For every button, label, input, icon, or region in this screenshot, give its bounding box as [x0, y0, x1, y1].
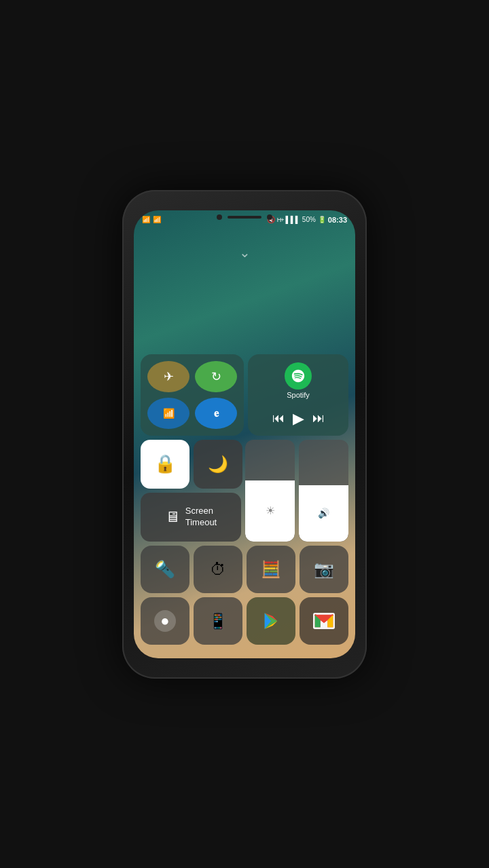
timer-button[interactable]: ⏱ [194, 546, 242, 593]
bluetooth-toggle-button[interactable]: 𝐞 [195, 398, 237, 429]
flashlight-button[interactable]: 🔦 [141, 546, 189, 593]
play-button[interactable]: ▶ [293, 410, 304, 428]
volume-slider-fill: 🔊 [299, 485, 348, 542]
phone-screen: 📶 📶 🔇 H+ ▌▌▌ 50% 🔋 08:33 ⌄ ✈ [134, 210, 355, 658]
toggles-grid: ✈ ↻ 📶 𝐞 [141, 354, 244, 436]
flashlight-icon: 🔦 [155, 560, 175, 579]
data-plus-icon: H+ [277, 216, 284, 223]
spotify-controls: ⏮ ▶ ⏭ [272, 410, 325, 428]
calculator-button[interactable]: 🧮 [247, 546, 295, 593]
gmail-icon [313, 611, 335, 630]
battery-icon: 🔋 [318, 216, 326, 223]
brightness-slider[interactable]: ☀ [245, 440, 295, 542]
screen-timeout-button[interactable]: 🖥 ScreenTimeout [141, 493, 241, 542]
volume-icon: 🔊 [318, 508, 329, 518]
play-store-icon [261, 611, 280, 630]
lock-rotation-button[interactable]: 🔒 [141, 440, 189, 489]
camera-icon: 📷 [314, 560, 334, 579]
volume-slider[interactable]: 🔊 [299, 440, 348, 542]
wifi-toggle-button[interactable]: 📶 [147, 398, 189, 429]
power-button[interactable] [366, 326, 367, 360]
bixby-button[interactable] [122, 360, 123, 387]
screen-record-button[interactable]: ● [141, 597, 189, 645]
calculator-icon: 🧮 [261, 560, 281, 579]
phone-outer: 📶 📶 🔇 H+ ▌▌▌ 50% 🔋 08:33 ⌄ ✈ [122, 190, 367, 679]
activity-icon: 📶 [142, 216, 150, 223]
status-bar: 📶 📶 🔇 H+ ▌▌▌ 50% 🔋 08:33 [134, 210, 355, 229]
timer-icon: ⏱ [210, 560, 226, 579]
signal-bars-icon: ▌▌▌ [286, 216, 300, 223]
volume-down-button[interactable] [122, 326, 123, 353]
auto-rotate-button[interactable]: ↻ [195, 361, 237, 392]
app-shortcuts-row2: ● 📱 [141, 597, 348, 645]
lock-rotation-icon: 🔒 [154, 453, 176, 474]
battery-percentage: 50% [302, 216, 316, 223]
status-left-icons: 📶 📶 [142, 216, 161, 223]
spotify-label: Spotify [287, 391, 310, 399]
wifi-status-icon: 📶 [153, 216, 161, 223]
brightness-slider-fill: ☀ [245, 480, 295, 542]
play-store-button[interactable] [247, 597, 295, 645]
secondary-controls-row: 🔒 🌙 🖥 ScreenTimeout ☀ [141, 440, 348, 542]
chevron-down-icon[interactable]: ⌄ [239, 244, 251, 261]
screen-timeout-label: ScreenTimeout [185, 506, 217, 529]
do-not-disturb-button[interactable]: 🌙 [194, 440, 242, 489]
airplane-mode-button[interactable]: ✈ [147, 361, 189, 392]
spotify-logo-icon [285, 362, 312, 390]
previous-track-button[interactable]: ⏮ [272, 411, 285, 426]
volume-up-button[interactable] [122, 299, 123, 319]
front-camera [217, 214, 222, 220]
control-center: ✈ ↻ 📶 𝐞 [141, 354, 348, 645]
status-right-icons: 🔇 H+ ▌▌▌ 50% 🔋 08:33 [267, 216, 347, 224]
gmail-button[interactable] [300, 597, 348, 645]
phone-mirror-button[interactable]: 📱 [194, 597, 242, 645]
sliders-col: ☀ 🔊 [245, 440, 348, 542]
screen-timeout-icon: 🖥 [165, 508, 180, 526]
sensor [267, 214, 272, 220]
moon-icon: 🌙 [208, 455, 228, 474]
earpiece-speaker [228, 216, 261, 219]
app-shortcuts-row1: 🔦 ⏱ 🧮 📷 [141, 546, 348, 593]
record-icon: ● [154, 610, 176, 632]
brightness-icon: ☀ [266, 504, 275, 517]
phone-notch [217, 214, 272, 220]
phone-mirror-icon: 📱 [208, 611, 228, 630]
camera-button[interactable]: 📷 [300, 546, 348, 593]
main-controls-row: ✈ ↻ 📶 𝐞 [141, 354, 348, 436]
clock: 08:33 [328, 216, 347, 224]
spotify-panel[interactable]: Spotify ⏮ ▶ ⏭ [248, 354, 348, 436]
next-track-button[interactable]: ⏭ [312, 411, 325, 426]
